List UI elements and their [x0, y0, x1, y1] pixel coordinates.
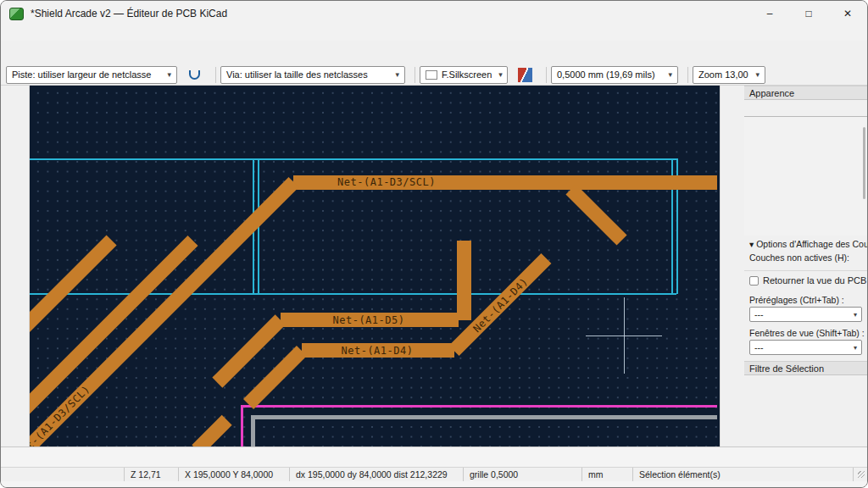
- via-size-combo[interactable]: Via: utiliser la taille des netclasses ▾: [220, 66, 405, 84]
- viewports-label: Fenêtres de vue (Shift+Tab) :: [744, 322, 867, 340]
- layers-list: [744, 117, 867, 236]
- flip-view-checkbox[interactable]: [749, 276, 759, 286]
- close-button[interactable]: ✕: [828, 1, 867, 26]
- auto-track-width-button[interactable]: [182, 65, 206, 85]
- active-layer-value: F.Silkscreen: [442, 69, 492, 80]
- window-title: *Shield Arcade v2 — Éditeur de PCB KiCad: [31, 8, 227, 19]
- options-toolbar: Piste: utiliser largeur de netclasse ▾ V…: [1, 64, 867, 86]
- delta-readout: dx 195,0000 dy 84,0000 dist 212,3229: [289, 468, 463, 481]
- layer-display-options-header[interactable]: ▾ Options d'Affichage des Cou: [744, 236, 867, 249]
- pcb-track[interactable]: [192, 415, 231, 446]
- layer-pair-icon: [518, 68, 532, 82]
- main-toolbar: [1, 41, 867, 64]
- courtyard-line: [30, 293, 676, 295]
- panel-tabs: [744, 100, 867, 117]
- net-label: Net-(A1-D4): [301, 345, 453, 357]
- appearance-panel: Apparence ▾ Options d'Affichage des Cou …: [744, 86, 867, 446]
- inactive-layers-label: Couches non actives (H):: [744, 249, 867, 263]
- left-toolbar: [1, 86, 30, 446]
- courtyard-line: [30, 158, 676, 160]
- edge-line: [241, 405, 243, 446]
- minimize-button[interactable]: –: [750, 1, 789, 26]
- layer-pair-button[interactable]: [513, 65, 537, 85]
- scrollbar[interactable]: [863, 127, 865, 199]
- units-readout: mm: [581, 468, 632, 481]
- app-icon: [9, 8, 24, 20]
- panel-title: Apparence: [744, 86, 867, 100]
- presets-dropdown[interactable]: --- ▾: [749, 307, 862, 322]
- viewports-dropdown[interactable]: --- ▾: [749, 340, 862, 355]
- layer-color-swatch: [426, 70, 437, 80]
- selection-filter-grid: [744, 375, 867, 380]
- resize-grip[interactable]: [858, 471, 865, 478]
- menu-bar: [1, 26, 867, 41]
- status-readout: Z 12,71 X 195,0000 Y 84,0000 dx 195,0000…: [1, 467, 867, 481]
- status-bar: Z 12,71 X 195,0000 Y 84,0000 dx 195,0000…: [1, 446, 867, 487]
- presets-label: Préréglages (Ctrl+Tab) :: [744, 289, 867, 307]
- chevron-down-icon: ▾: [854, 311, 857, 319]
- flip-view-label: Retourner la vue du PCB: [763, 275, 866, 286]
- zoom-value: Zoom 13,00: [698, 69, 748, 80]
- right-toolbar: [720, 86, 744, 446]
- selection-filter-title: Filtre de Sélection: [744, 361, 867, 375]
- via-size-value: Via: utiliser la taille des netclasses: [226, 69, 368, 80]
- grid-value: 0,5000 mm (19,69 mils): [557, 69, 655, 80]
- pcb-track[interactable]: [457, 241, 471, 320]
- crosshair-cursor: [624, 297, 625, 374]
- silkscreen-line: [251, 415, 255, 446]
- chevron-down-icon: ▾: [748, 70, 760, 79]
- maximize-button[interactable]: □: [789, 1, 828, 26]
- net-label: Net-(A1-D3/SCL): [302, 176, 471, 188]
- chevron-down-icon: ▾: [388, 70, 399, 79]
- grid-combo[interactable]: 0,5000 mm (19,69 mils) ▾: [551, 66, 678, 84]
- action-readout: Sélection élément(s): [632, 468, 853, 481]
- presets-value: ---: [754, 309, 764, 319]
- title-bar: *Shield Arcade v2 — Éditeur de PCB KiCad…: [1, 1, 867, 26]
- edge-line: [241, 405, 717, 408]
- silkscreen-line: [251, 415, 717, 419]
- track-width-value: Piste: utiliser largeur de netclasse: [12, 69, 151, 80]
- active-layer-combo[interactable]: F.Silkscreen ▾: [420, 66, 508, 84]
- zoom-combo[interactable]: Zoom 13,00 ▾: [693, 66, 765, 84]
- chevron-down-icon: ▾: [160, 70, 171, 79]
- zoom-readout: Z 12,71: [124, 468, 178, 481]
- pcb-track[interactable]: [565, 184, 626, 245]
- track-width-combo[interactable]: Piste: utiliser largeur de netclasse ▾: [6, 66, 177, 84]
- inactive-layers-radios: [744, 263, 867, 271]
- track-width-icon: [189, 70, 200, 80]
- pcb-canvas[interactable]: Net-(A1-D3/SCL) Net-(A1-D5) Net-(A1-D4) …: [30, 86, 720, 446]
- kicad-window: *Shield Arcade v2 — Éditeur de PCB KiCad…: [0, 0, 868, 488]
- position-readout: X 195,0000 Y 84,0000: [178, 468, 289, 481]
- chevron-down-icon: ▾: [854, 344, 857, 352]
- chevron-down-icon: ▾: [661, 70, 672, 79]
- chevron-down-icon: ▾: [492, 70, 503, 79]
- status-counts: [1, 447, 867, 467]
- viewports-value: ---: [754, 342, 764, 352]
- pcb-track[interactable]: [30, 236, 198, 419]
- grid-readout: grille 0,5000: [463, 468, 581, 481]
- flip-view-row[interactable]: Retourner la vue du PCB: [744, 271, 867, 289]
- net-label: Net-(A1-D5): [292, 314, 445, 326]
